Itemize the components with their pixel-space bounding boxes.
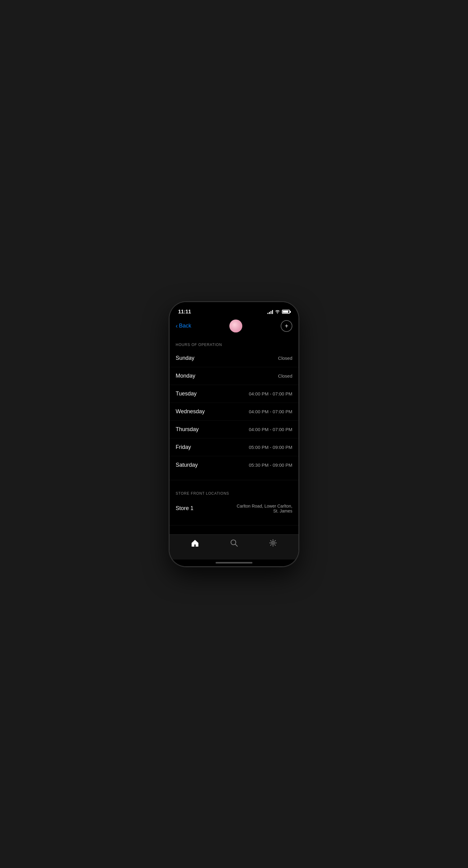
battery-icon xyxy=(282,310,290,314)
hours-section-header: HOURS OF OPERATION xyxy=(169,338,299,349)
hours-thursday: Thursday 04:00 PM - 07:00 PM xyxy=(169,421,299,438)
tab-search[interactable] xyxy=(215,539,254,549)
wifi-icon xyxy=(275,309,280,314)
day-thursday: Thursday xyxy=(176,426,199,433)
add-button[interactable]: + xyxy=(281,320,292,332)
avatar xyxy=(229,319,242,333)
hours-thursday-value: 04:00 PM - 07:00 PM xyxy=(249,427,292,432)
home-icon xyxy=(191,538,199,549)
hours-tuesday: Tuesday 04:00 PM - 07:00 PM xyxy=(169,385,299,403)
hours-monday-value: Closed xyxy=(278,373,292,378)
actions-section-header: BUSINESS PROFILE ACTIONS xyxy=(169,532,299,534)
tab-bar xyxy=(169,534,299,559)
plus-icon: + xyxy=(285,323,288,329)
store-address: Carlton Road, Lower Carlton, St. James xyxy=(231,504,292,514)
svg-line-11 xyxy=(235,544,237,546)
back-chevron-icon: ‹ xyxy=(176,322,178,330)
status-bar: 11:11 xyxy=(169,302,299,317)
back-button[interactable]: ‹ Back xyxy=(176,322,191,330)
hours-saturday: Saturday 05:30 PM - 09:00 PM xyxy=(169,456,299,474)
hours-wednesday-value: 04:00 PM - 07:00 PM xyxy=(249,409,292,414)
day-friday: Friday xyxy=(176,444,191,451)
navigation-bar: ‹ Back + xyxy=(169,317,299,335)
day-tuesday: Tuesday xyxy=(176,391,197,397)
svg-point-12 xyxy=(272,542,274,544)
day-saturday: Saturday xyxy=(176,462,198,468)
tab-home[interactable] xyxy=(176,538,215,549)
hours-sunday-value: Closed xyxy=(278,355,292,361)
hours-monday: Monday Closed xyxy=(169,367,299,385)
day-wednesday: Wednesday xyxy=(176,408,205,415)
home-indicator xyxy=(169,559,299,566)
back-label: Back xyxy=(179,322,191,329)
store-section-header: STORE FRONT LOCATIONS xyxy=(169,486,299,498)
hours-tuesday-value: 04:00 PM - 07:00 PM xyxy=(249,391,292,396)
day-monday: Monday xyxy=(176,373,195,379)
store-row: Store 1 Carlton Road, Lower Carlton, St.… xyxy=(169,498,299,519)
hours-friday-value: 05:00 PM - 09:00 PM xyxy=(249,444,292,450)
status-time: 11:11 xyxy=(178,309,191,315)
store-name: Store 1 xyxy=(176,505,194,512)
search-icon xyxy=(230,539,238,549)
day-sunday: Sunday xyxy=(176,355,194,361)
home-bar xyxy=(215,562,253,563)
hours-sunday: Sunday Closed xyxy=(169,349,299,367)
status-icons xyxy=(267,309,290,314)
hours-wednesday: Wednesday 04:00 PM - 07:00 PM xyxy=(169,403,299,421)
content-area: HOURS OF OPERATION Sunday Closed Monday … xyxy=(169,335,299,534)
dynamic-island xyxy=(215,306,253,317)
hours-saturday-value: 05:30 PM - 09:00 PM xyxy=(249,462,292,468)
settings-icon xyxy=(269,539,277,549)
tab-settings[interactable] xyxy=(253,539,292,549)
signal-icon xyxy=(267,310,273,314)
hours-friday: Friday 05:00 PM - 09:00 PM xyxy=(169,438,299,456)
